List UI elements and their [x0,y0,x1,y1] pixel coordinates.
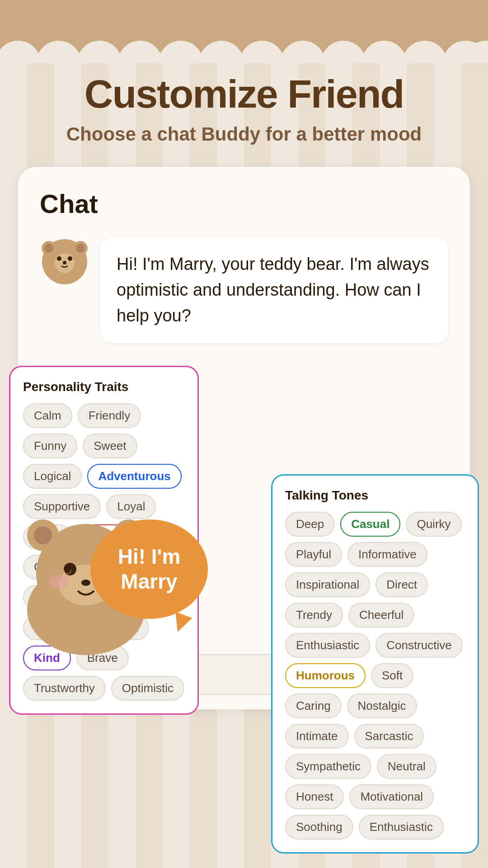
talking-tone-tag[interactable]: Trendy [285,603,343,627]
personality-tag[interactable]: Optimistic [111,676,184,701]
talking-tone-tag[interactable]: Quirky [406,512,461,537]
personality-tag[interactable]: Funny [23,434,77,458]
chat-message-bubble: Hi! I'm Marry, your teddy bear. I'm alwa… [100,237,448,343]
talking-tone-tag[interactable]: Neutral [377,754,436,779]
svg-point-21 [68,256,72,261]
talking-tone-tag[interactable]: Intimate [285,724,349,749]
talking-tone-tag[interactable]: Inspirational [285,572,370,597]
talking-tone-tag[interactable]: Nostalgic [347,693,417,718]
talking-tone-tag[interactable]: Soft [371,663,413,688]
talking-tone-tag[interactable]: Informative [347,542,427,567]
svg-point-20 [57,256,61,261]
svg-point-34 [49,575,69,589]
chat-message: Hi! I'm Marry, your teddy bear. I'm alwa… [40,237,448,343]
talking-tone-tag[interactable]: Enthusiastic [359,815,444,840]
talking-tone-tag[interactable]: Caring [285,693,342,718]
talking-tone-tag[interactable]: Soothing [285,815,353,840]
talking-tone-tag[interactable]: Playful [285,542,342,567]
speech-bubble-content: Hi! I'mMarry [90,519,208,619]
bear-avatar [40,237,89,287]
speech-bubble-text: Hi! I'mMarry [118,544,181,594]
talking-tone-tag[interactable]: Cheerful [348,603,414,627]
personality-tag[interactable]: Friendly [78,403,141,428]
personality-tag[interactable]: Logical [23,464,82,489]
talking-tone-tag[interactable]: Sympathetic [285,754,371,779]
page-subtitle: Choose a chat Buddy for a better mood [18,123,470,145]
talking-tone-tag[interactable]: Motivational [349,784,434,809]
talking-tone-tag[interactable]: Enthusiastic [285,633,370,658]
page-title: Customize Friend [18,0,470,116]
svg-point-36 [81,580,90,586]
chat-card: Chat Hi! I'm Marry [18,167,470,709]
personality-tag[interactable]: Adventurous [87,464,181,489]
personality-tag[interactable]: Sweet [83,434,137,458]
talking-tone-tag[interactable]: Casual [340,512,400,537]
talking-tone-tag[interactable]: Sarcastic [354,724,424,749]
personality-card-title: Personality Traits [23,380,185,394]
chat-title: Chat [40,189,448,219]
personality-tag[interactable]: Trustworthy [23,676,106,701]
svg-point-16 [44,244,53,253]
svg-point-22 [63,261,66,264]
talking-tones-title: Talking Tones [285,488,465,503]
svg-text:◡: ◡ [63,564,72,575]
svg-point-26 [34,526,52,544]
talking-tone-tag[interactable]: Constructive [375,633,463,658]
personality-tag[interactable]: Calm [23,403,72,428]
svg-point-18 [76,244,85,253]
speech-bubble: Hi! I'mMarry [90,519,208,619]
talking-tone-tag[interactable]: Deep [285,512,335,537]
talking-tone-tag[interactable]: Honest [285,784,344,809]
talking-tones-card: Talking Tones DeepCasualQuirkyPlayfulInf… [271,474,479,854]
talking-tones-tags-container: DeepCasualQuirkyPlayfulInformativeInspir… [285,512,465,840]
talking-tone-tag[interactable]: Humorous [285,663,366,688]
page-content: Customize Friend Choose a chat Buddy for… [0,0,488,709]
talking-tone-tag[interactable]: Direct [375,572,428,597]
